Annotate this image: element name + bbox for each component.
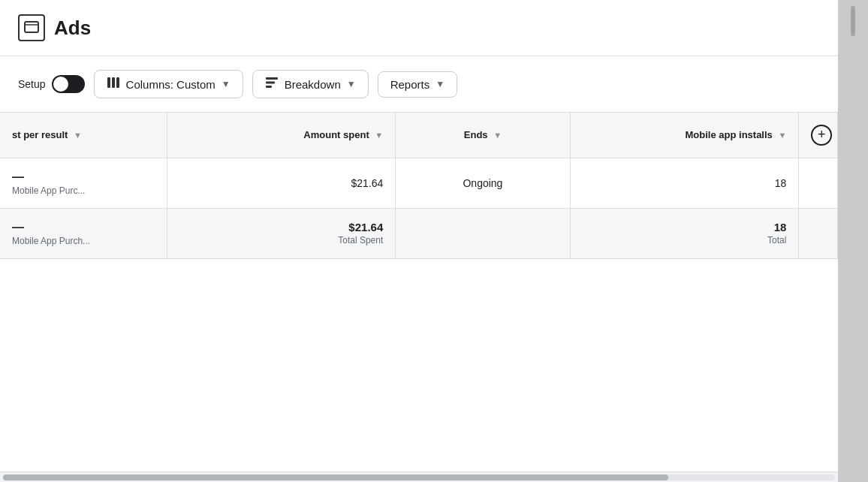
- ads-window-icon: [18, 14, 45, 41]
- cell-ends-total: [396, 208, 570, 258]
- amount-value-0: $21.64: [351, 177, 383, 189]
- cell-cost-total: — Mobile App Purch...: [0, 208, 167, 258]
- table-total-row: — Mobile App Purch... $21.64 Total Spent…: [0, 208, 838, 258]
- col-mobile-label: Mobile app installs: [686, 129, 773, 140]
- breakdown-button-label: Breakdown: [285, 78, 341, 91]
- table-row: — Mobile App Purc... $21.64 Ongoing 18: [0, 158, 838, 208]
- col-amount-label: Amount spent: [303, 129, 369, 140]
- title-bar: Ads: [0, 0, 838, 56]
- cell-amount-0: $21.64: [167, 158, 396, 208]
- svg-rect-5: [266, 77, 278, 80]
- columns-button-label: Columns: Custom: [126, 78, 215, 91]
- col-cost-label: st per result: [12, 129, 68, 140]
- add-column-button[interactable]: +: [811, 125, 832, 146]
- data-table: st per result ▼ Amount spent ▼ Ends ▼ Mo…: [0, 113, 838, 259]
- cell-amount-total: $21.64 Total Spent: [167, 208, 396, 258]
- col-ends-label: Ends: [464, 129, 488, 140]
- amount-total-value: $21.64: [179, 221, 384, 233]
- col-header-ends[interactable]: Ends ▼: [396, 113, 570, 158]
- scrollbar-thumb: [3, 474, 668, 480]
- cost-dash-0: —: [12, 170, 24, 183]
- breakdown-button[interactable]: Breakdown ▼: [252, 70, 369, 98]
- breakdown-chevron-icon: ▼: [347, 79, 356, 89]
- setup-toggle-area: Setup: [18, 75, 85, 93]
- table-container: st per result ▼ Amount spent ▼ Ends ▼ Mo…: [0, 113, 838, 471]
- columns-chevron-icon: ▼: [222, 79, 231, 89]
- cell-add-0: [799, 158, 838, 208]
- ends-value-0: Ongoing: [463, 177, 502, 189]
- main-area: Ads Setup Columns: Custom ▼: [0, 0, 838, 482]
- scrollbar-track: [3, 474, 835, 480]
- breakdown-icon: [265, 77, 279, 92]
- svg-rect-4: [116, 77, 119, 88]
- cost-sub-0: Mobile App Purc...: [12, 185, 155, 196]
- reports-chevron-icon: ▼: [436, 79, 445, 89]
- reports-button-label: Reports: [390, 78, 430, 91]
- cell-mobile-total: 18 Total: [570, 208, 799, 258]
- sidebar-handle[interactable]: [851, 6, 855, 36]
- horizontal-scrollbar[interactable]: [0, 471, 838, 482]
- toolbar: Setup Columns: Custom ▼: [0, 56, 838, 113]
- svg-rect-6: [266, 82, 275, 84]
- mobile-value-0: 18: [775, 177, 787, 189]
- cell-add-total: [799, 208, 838, 258]
- mobile-total-value: 18: [583, 221, 787, 233]
- svg-rect-2: [107, 77, 110, 88]
- cost-dash-total: —: [12, 221, 24, 233]
- cost-sub-total: Mobile App Purch...: [12, 236, 155, 246]
- page-title: Ads: [54, 17, 91, 40]
- setup-toggle-switch[interactable]: [52, 75, 85, 93]
- col-header-amount[interactable]: Amount spent ▼: [167, 113, 396, 158]
- right-sidebar: [838, 0, 868, 482]
- columns-button[interactable]: Columns: Custom ▼: [94, 70, 243, 98]
- cell-ends-0: Ongoing: [396, 158, 570, 208]
- col-amount-sort-icon: ▼: [375, 131, 383, 140]
- col-header-add: +: [799, 113, 838, 158]
- columns-icon: [107, 77, 120, 92]
- col-mobile-sort-icon: ▼: [778, 131, 786, 140]
- reports-button[interactable]: Reports ▼: [378, 71, 457, 98]
- amount-total-sub: Total Spent: [179, 235, 384, 246]
- svg-rect-3: [112, 77, 115, 88]
- cell-mobile-0: 18: [570, 158, 799, 208]
- toggle-knob: [53, 77, 68, 92]
- svg-rect-7: [266, 86, 272, 88]
- col-header-mobile[interactable]: Mobile app installs ▼: [570, 113, 799, 158]
- cell-cost-0: — Mobile App Purc...: [0, 158, 167, 208]
- table-header-row: st per result ▼ Amount spent ▼ Ends ▼ Mo…: [0, 113, 838, 158]
- col-header-cost[interactable]: st per result ▼: [0, 113, 167, 158]
- setup-label: Setup: [18, 78, 46, 90]
- col-cost-sort-icon: ▼: [74, 131, 82, 140]
- col-ends-sort-icon: ▼: [493, 131, 502, 140]
- mobile-total-sub: Total: [583, 235, 787, 246]
- svg-rect-0: [25, 22, 38, 32]
